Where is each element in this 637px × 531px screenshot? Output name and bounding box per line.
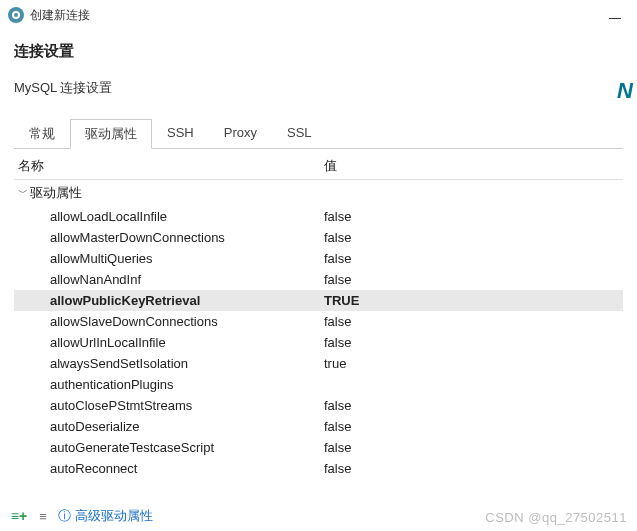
property-name: allowUrlInLocalInfile <box>14 335 324 350</box>
tabs: 常规驱动属性SSHProxySSL <box>14 119 623 149</box>
property-value[interactable]: false <box>324 419 623 434</box>
property-row[interactable]: allowPublicKeyRetrievalTRUE <box>14 290 623 311</box>
property-row[interactable]: authenticationPlugins <box>14 374 623 395</box>
property-row[interactable]: alwaysSendSetIsolationtrue <box>14 353 623 374</box>
page-heading: 连接设置 <box>14 42 623 61</box>
tab-ssh[interactable]: SSH <box>152 119 209 148</box>
tab-ssl[interactable]: SSL <box>272 119 327 148</box>
property-name: authenticationPlugins <box>14 377 324 392</box>
advanced-properties-link[interactable]: 高级驱动属性 <box>75 507 153 525</box>
property-name: allowLoadLocalInfile <box>14 209 324 224</box>
property-row[interactable]: allowLoadLocalInfilefalse <box>14 206 623 227</box>
list-icon: ≡ <box>39 509 47 524</box>
property-name: autoDeserialize <box>14 419 324 434</box>
property-value[interactable]: TRUE <box>324 293 623 308</box>
property-row[interactable]: allowUrlInLocalInfilefalse <box>14 332 623 353</box>
tab-常规[interactable]: 常规 <box>14 119 70 148</box>
list-button[interactable]: ≡ <box>34 507 52 525</box>
property-tree: ﹀ 驱动属性 allowLoadLocalInfilefalseallowMas… <box>14 180 623 479</box>
property-row[interactable]: autoGenerateTestcaseScriptfalse <box>14 437 623 458</box>
property-name: allowSlaveDownConnections <box>14 314 324 329</box>
property-name: autoClosePStmtStreams <box>14 398 324 413</box>
window-controls <box>609 12 629 19</box>
property-value[interactable]: false <box>324 230 623 245</box>
chevron-down-icon: ﹀ <box>18 186 30 200</box>
property-value[interactable] <box>324 377 623 392</box>
titlebar: 创建新连接 <box>0 0 637 30</box>
app-icon <box>8 7 24 23</box>
property-value[interactable]: false <box>324 314 623 329</box>
svg-point-1 <box>14 13 18 17</box>
window-title: 创建新连接 <box>30 7 90 24</box>
property-name: allowNanAndInf <box>14 272 324 287</box>
minimize-button[interactable] <box>609 18 621 19</box>
column-header-value[interactable]: 值 <box>324 157 623 175</box>
add-property-button[interactable]: ≡+ <box>10 507 28 525</box>
property-row[interactable]: autoDeserializefalse <box>14 416 623 437</box>
watermark: CSDN @qq_27502511 <box>485 510 627 525</box>
tree-group-label: 驱动属性 <box>30 184 82 202</box>
tree-group-driver-properties[interactable]: ﹀ 驱动属性 <box>14 180 623 206</box>
property-row[interactable]: autoClosePStmtStreamsfalse <box>14 395 623 416</box>
property-value[interactable]: false <box>324 272 623 287</box>
tab-proxy[interactable]: Proxy <box>209 119 272 148</box>
page-subheading: MySQL 连接设置 <box>14 79 623 97</box>
footer: ≡+ ≡ ⓘ 高级驱动属性 CSDN @qq_27502511 <box>0 501 637 531</box>
property-row[interactable]: allowNanAndInffalse <box>14 269 623 290</box>
property-name: allowMultiQueries <box>14 251 324 266</box>
property-value[interactable]: false <box>324 398 623 413</box>
property-value[interactable]: false <box>324 335 623 350</box>
tab-驱动属性[interactable]: 驱动属性 <box>70 119 152 149</box>
property-value[interactable]: false <box>324 440 623 455</box>
plus-icon: ≡+ <box>11 508 27 524</box>
property-value[interactable]: false <box>324 209 623 224</box>
brand-logo-fragment: N <box>617 78 633 104</box>
info-icon: ⓘ <box>58 507 71 525</box>
property-name: autoReconnect <box>14 461 324 476</box>
property-value[interactable]: true <box>324 356 623 371</box>
property-row[interactable]: allowMasterDownConnectionsfalse <box>14 227 623 248</box>
property-name: alwaysSendSetIsolation <box>14 356 324 371</box>
property-name: allowMasterDownConnections <box>14 230 324 245</box>
property-name: allowPublicKeyRetrieval <box>14 293 324 308</box>
property-name: autoGenerateTestcaseScript <box>14 440 324 455</box>
property-value[interactable]: false <box>324 461 623 476</box>
column-header-name[interactable]: 名称 <box>14 157 324 175</box>
property-row[interactable]: allowSlaveDownConnectionsfalse <box>14 311 623 332</box>
property-value[interactable]: false <box>324 251 623 266</box>
property-row[interactable]: allowMultiQueriesfalse <box>14 248 623 269</box>
property-row[interactable]: autoReconnectfalse <box>14 458 623 479</box>
grid-header: 名称 值 <box>14 153 623 180</box>
